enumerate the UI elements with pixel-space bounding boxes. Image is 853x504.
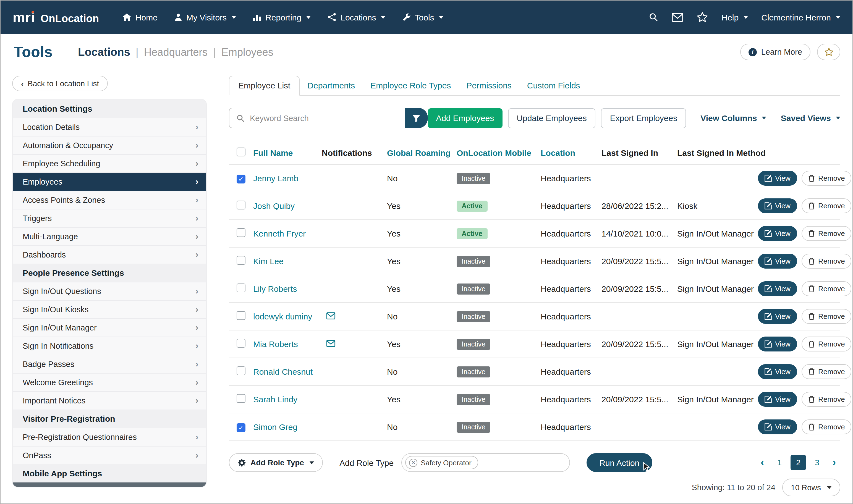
sidebar-item-employee-scheduling[interactable]: Employee Scheduling — [13, 154, 206, 173]
employee-name-link[interactable]: Lily Roberts — [253, 284, 297, 293]
view-button[interactable]: View — [758, 254, 797, 269]
saved-views-dropdown[interactable]: Saved Views — [781, 113, 840, 123]
view-button[interactable]: View — [758, 198, 797, 213]
employee-name-link[interactable]: Kim Lee — [253, 256, 284, 266]
select-all-checkbox[interactable] — [237, 147, 246, 156]
row-checkbox[interactable] — [237, 174, 246, 183]
remove-button[interactable]: Remove — [802, 254, 852, 269]
role-type-tag-input[interactable]: Safety Operator — [401, 453, 570, 472]
help-menu[interactable]: Help — [722, 13, 748, 22]
learn-more-button[interactable]: Learn More — [740, 44, 811, 60]
back-to-location-list-button[interactable]: Back to Location List — [12, 76, 108, 91]
view-button[interactable]: View — [758, 392, 797, 407]
tab-custom-fields[interactable]: Custom Fields — [519, 76, 588, 95]
sidebar-item-automation-occupancy[interactable]: Automation & Occupancy — [13, 136, 206, 154]
sidebar-item-important-notices[interactable]: Important Notices — [13, 391, 206, 410]
remove-button[interactable]: Remove — [802, 309, 852, 324]
export-employees-button[interactable]: Export Employees — [601, 108, 686, 128]
filter-button[interactable] — [404, 108, 428, 128]
sidebar-item-access-points-zones[interactable]: Access Points & Zones — [13, 191, 206, 209]
view-button-label: View — [775, 257, 790, 265]
row-checkbox[interactable] — [237, 228, 246, 237]
row-checkbox[interactable] — [237, 339, 246, 348]
view-button[interactable]: View — [758, 309, 797, 324]
column-header-full-name[interactable]: Full Name — [253, 148, 322, 158]
star-icon[interactable] — [697, 12, 708, 23]
sidebar-item-multi-language[interactable]: Multi-Language — [13, 227, 206, 245]
view-columns-dropdown[interactable]: View Columns — [700, 113, 766, 123]
remove-button[interactable]: Remove — [802, 419, 852, 434]
remove-button[interactable]: Remove — [802, 226, 852, 241]
tab-employee-list[interactable]: Employee List — [229, 76, 300, 96]
page-button-3[interactable]: 3 — [809, 455, 825, 470]
employee-name-link[interactable]: Simon Greg — [253, 422, 298, 432]
view-button[interactable]: View — [758, 226, 797, 241]
run-action-button[interactable]: Run Action — [587, 453, 652, 472]
sidebar-item-employees[interactable]: Employees — [13, 173, 206, 191]
page-button-1[interactable]: 1 — [772, 455, 787, 470]
sidebar-item-welcome-greetings[interactable]: Welcome Greetings — [13, 373, 206, 391]
column-header-global-roaming[interactable]: Global Roaming — [387, 148, 457, 158]
sidebar-item-dashboards[interactable]: Dashboards — [13, 245, 206, 264]
remove-button[interactable]: Remove — [802, 337, 852, 352]
brand[interactable]: mri OnLocation — [13, 9, 99, 25]
view-button[interactable]: View — [758, 364, 797, 379]
view-button[interactable]: View — [758, 281, 797, 296]
row-checkbox[interactable] — [237, 394, 246, 403]
sidebar-item-sign-in-out-kiosks[interactable]: Sign In/Out Kiosks — [13, 300, 206, 318]
view-button[interactable]: View — [758, 419, 797, 434]
previous-page-button[interactable] — [756, 455, 768, 470]
rows-per-page-dropdown[interactable]: 10 Rows — [782, 479, 840, 496]
column-header-location[interactable]: Location — [541, 148, 602, 158]
favorite-page-button[interactable] — [817, 44, 840, 60]
sidebar-item-triggers[interactable]: Triggers — [13, 209, 206, 227]
row-checkbox[interactable] — [237, 423, 246, 432]
user-menu[interactable]: Clementine Herron — [761, 13, 840, 22]
keyword-search-input[interactable] — [250, 113, 398, 122]
add-employees-button[interactable]: Add Employees — [428, 108, 502, 128]
employee-name-link[interactable]: Ronald Chesnut — [253, 367, 313, 376]
page-button-2[interactable]: 2 — [790, 455, 806, 470]
update-employees-button[interactable]: Update Employees — [508, 108, 596, 128]
employee-name-link[interactable]: Josh Quiby — [253, 201, 295, 211]
employee-name-link[interactable]: Sarah Lindy — [253, 395, 298, 404]
employee-name-link[interactable]: Mia Roberts — [253, 339, 298, 349]
column-header-onlocation-mobile[interactable]: OnLocation Mobile — [457, 148, 541, 158]
add-role-type-button[interactable]: Add Role Type — [229, 453, 323, 472]
remove-button[interactable]: Remove — [802, 198, 852, 213]
employee-name-link[interactable]: Kenneth Fryer — [253, 229, 306, 238]
sidebar-item-sign-in-out-questions[interactable]: Sign In/Out Questions — [13, 282, 206, 300]
breadcrumb-locations[interactable]: Locations — [78, 46, 130, 58]
remove-button[interactable]: Remove — [802, 281, 852, 296]
sidebar-item-badge-passes[interactable]: Badge Passes — [13, 355, 206, 373]
sidebar-item-onpass[interactable]: OnPass — [13, 446, 206, 464]
nav-tools[interactable]: Tools — [395, 1, 450, 34]
view-button[interactable]: View — [758, 171, 797, 186]
search-icon[interactable] — [649, 12, 659, 22]
remove-button[interactable]: Remove — [802, 171, 852, 186]
sidebar-item-sign-in-notifications[interactable]: Sign In Notifications — [13, 337, 206, 355]
row-checkbox[interactable] — [237, 256, 246, 265]
tab-permissions[interactable]: Permissions — [459, 76, 519, 95]
row-checkbox[interactable] — [237, 201, 246, 210]
nav-home[interactable]: Home — [115, 1, 164, 34]
row-checkbox[interactable] — [237, 311, 246, 320]
remove-button[interactable]: Remove — [802, 364, 852, 379]
employee-name-link[interactable]: lodewyk duminy — [253, 312, 312, 321]
nav-locations[interactable]: Locations — [321, 1, 392, 34]
employee-name-link[interactable]: Jenny Lamb — [253, 174, 298, 183]
nav-reporting[interactable]: Reporting — [246, 1, 317, 34]
remove-tag-icon[interactable] — [409, 458, 417, 467]
row-checkbox[interactable] — [237, 366, 246, 375]
sidebar-item-location-details[interactable]: Location Details — [13, 118, 206, 136]
sidebar-item-sign-in-out-manager[interactable]: Sign In/Out Manager — [13, 318, 206, 337]
mail-icon[interactable] — [672, 13, 683, 22]
tab-employee-role-types[interactable]: Employee Role Types — [363, 76, 459, 95]
row-checkbox[interactable] — [237, 284, 246, 292]
sidebar-item-pre-registration-questionnaires[interactable]: Pre-Registration Questionnaires — [13, 428, 206, 446]
view-button[interactable]: View — [758, 337, 797, 352]
next-page-button[interactable] — [828, 455, 840, 470]
remove-button[interactable]: Remove — [802, 392, 852, 407]
tab-departments[interactable]: Departments — [300, 76, 363, 95]
nav-my-visitors[interactable]: My Visitors — [167, 1, 243, 34]
